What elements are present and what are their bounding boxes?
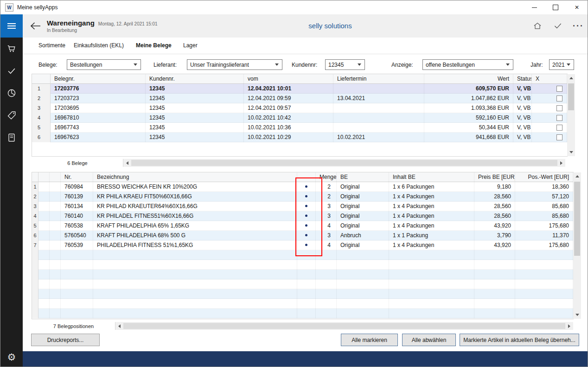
menge-cell xyxy=(316,270,337,279)
poswert-cell xyxy=(515,299,573,309)
nr-cell xyxy=(61,289,93,299)
lieferant-select[interactable]: Unser Trainingslieferant xyxy=(187,59,282,70)
confirm-button[interactable] xyxy=(548,14,568,38)
belege-select[interactable]: Bestellungen xyxy=(67,59,141,70)
vom-cell: 12.04.2021 09:57 xyxy=(244,103,333,113)
poswert-cell xyxy=(515,309,573,318)
settings-button[interactable]: ⚙ xyxy=(0,350,23,365)
row-checkbox[interactable] xyxy=(556,95,562,101)
scroll-down-button[interactable] xyxy=(573,311,581,319)
tab-meine-belege[interactable]: Meine Belege xyxy=(136,38,172,54)
belegnr-cell: 17203723 xyxy=(51,94,146,103)
belege-vscrollbar[interactable] xyxy=(567,74,575,156)
kundennr-cell: 12345 xyxy=(146,123,244,133)
ellipsis-icon: ··· xyxy=(573,21,584,31)
belege-row[interactable]: 3172036951234512.04.2021 09:571.093,368 … xyxy=(32,103,567,113)
druckreports-button[interactable]: Druckreports... xyxy=(31,334,100,346)
menge-cell: 3 xyxy=(316,211,337,221)
scroll-left-button[interactable] xyxy=(123,159,131,167)
dot-cell xyxy=(297,250,316,260)
scroll-up-button[interactable] xyxy=(567,74,575,82)
liefertermin-cell xyxy=(333,84,424,94)
menge-cell xyxy=(316,299,337,309)
maximize-button[interactable] xyxy=(545,0,566,14)
scroll-thumb[interactable] xyxy=(131,160,557,166)
menge-cell: 3 xyxy=(316,202,337,211)
sidebar-item-cart[interactable] xyxy=(0,38,23,60)
belege-row[interactable]: 2172037231234512.04.2021 09:5913.04.2021… xyxy=(32,94,567,103)
anzeige-select[interactable]: offene Bestellungen xyxy=(422,59,513,70)
minimize-button[interactable] xyxy=(524,0,545,14)
scroll-right-button[interactable] xyxy=(565,322,573,330)
belege-hscrollbar[interactable] xyxy=(123,159,565,167)
row-checkbox[interactable] xyxy=(556,134,562,140)
wert-cell: 609,570 EUR xyxy=(424,84,513,94)
scroll-up-button[interactable] xyxy=(573,172,581,180)
tab-sortimente[interactable]: Sortimente xyxy=(38,38,65,54)
position-row[interactable]: 3760134KR PHILAD KRAEUTER64%60X16,66G3Or… xyxy=(32,202,573,211)
titlebar[interactable]: W Meine sellyApps ✕ xyxy=(0,0,588,14)
alle-markieren-button[interactable]: Alle markieren xyxy=(341,334,398,346)
row-number: 3 xyxy=(32,103,51,113)
sidebar-item-prices[interactable] xyxy=(0,104,23,127)
pie-chart-icon xyxy=(6,88,17,98)
belege-row[interactable]: 6169676231234510.02.2021 10:2910.02.2021… xyxy=(32,133,567,142)
position-row[interactable]: 7760539PHILADELPHIA FITNESS 51%1,65KG4Or… xyxy=(32,240,573,250)
position-row[interactable]: 65760540KRAFT PHILADELPHIA 68% 500 G3Anb… xyxy=(32,231,573,240)
scroll-right-button[interactable] xyxy=(557,159,565,167)
empty-row[interactable] xyxy=(32,260,573,270)
alle-abwaehlen-button[interactable]: Alle abwählen xyxy=(402,334,456,346)
positionen-vscrollbar[interactable] xyxy=(573,172,581,319)
home-icon xyxy=(533,21,542,31)
sidebar-item-statistics[interactable] xyxy=(0,82,23,104)
preis-cell xyxy=(474,250,515,260)
tab-einkaufslisten[interactable]: Einkaufslisten (EKL) xyxy=(74,38,124,54)
menge-cell: 4 xyxy=(316,240,337,250)
status-cell: V, VB xyxy=(513,103,532,113)
sidebar-item-journal[interactable] xyxy=(0,127,23,149)
uebernehmen-button[interactable]: Markierte Artikel in aktuellen Beleg übe… xyxy=(460,334,579,346)
scroll-down-button[interactable] xyxy=(567,148,575,156)
menu-button[interactable] xyxy=(0,14,23,38)
positionen-hscrollbar[interactable] xyxy=(115,322,573,330)
back-button[interactable] xyxy=(29,21,43,31)
row-checkbox[interactable] xyxy=(556,105,562,111)
sidebar-item-tasks[interactable] xyxy=(0,60,23,82)
position-row[interactable]: 2760139KR PHILA KRAEU FIT50%60X16,66G2Or… xyxy=(32,192,573,202)
position-row[interactable]: 4760140KR PHILADEL FITNES51%60X16,66G3Or… xyxy=(32,211,573,221)
row-number-header xyxy=(32,74,51,84)
inhalt-cell: 1 x 4 Packungen xyxy=(389,211,474,221)
tab-lager[interactable]: Lager xyxy=(183,38,198,54)
more-options-button[interactable]: ··· xyxy=(568,14,588,38)
row-checkbox[interactable] xyxy=(556,115,562,121)
inhalt-cell: 1 x 4 Packungen xyxy=(389,240,474,250)
scroll-thumb[interactable] xyxy=(574,182,580,256)
vom-cell: 12.04.2021 09:59 xyxy=(244,94,333,103)
empty-row[interactable] xyxy=(32,299,573,309)
home-button[interactable] xyxy=(527,14,548,38)
empty-row[interactable] xyxy=(32,270,573,279)
belege-row[interactable]: 1172037761234512.04.2021 10:01609,570 EU… xyxy=(32,84,567,94)
blank-cell xyxy=(38,299,50,309)
empty-row[interactable] xyxy=(32,250,573,260)
blank-cell xyxy=(38,270,50,279)
position-row[interactable]: 1760984BRESSO WEICHKA FEIN KR 10%200G2Or… xyxy=(32,182,573,192)
close-button[interactable]: ✕ xyxy=(566,0,588,14)
belege-row[interactable]: 4169678101234510.02.2021 10:42592,160 EU… xyxy=(32,113,567,123)
empty-row[interactable] xyxy=(32,309,573,318)
jahr-select[interactable]: 2021 xyxy=(549,59,574,70)
checkbox-cell xyxy=(532,84,567,94)
kundennr-select[interactable]: 12345 xyxy=(325,59,365,70)
position-row[interactable]: 5760538KRAFT PHILADELPHIA 65% 1,65KG4Ori… xyxy=(32,221,573,231)
kundennr-cell: 12345 xyxy=(146,103,244,113)
scroll-left-button[interactable] xyxy=(115,322,123,330)
belege-row[interactable]: 5169677431234510.02.2021 10:3650,344 EUR… xyxy=(32,123,567,133)
be-cell xyxy=(337,309,389,318)
empty-row[interactable] xyxy=(32,279,573,289)
scroll-thumb[interactable] xyxy=(568,83,574,110)
row-checkbox[interactable] xyxy=(556,86,562,92)
row-checkbox[interactable] xyxy=(556,125,562,131)
poswert-cell xyxy=(515,279,573,289)
scroll-thumb[interactable] xyxy=(123,323,565,329)
empty-row[interactable] xyxy=(32,289,573,299)
